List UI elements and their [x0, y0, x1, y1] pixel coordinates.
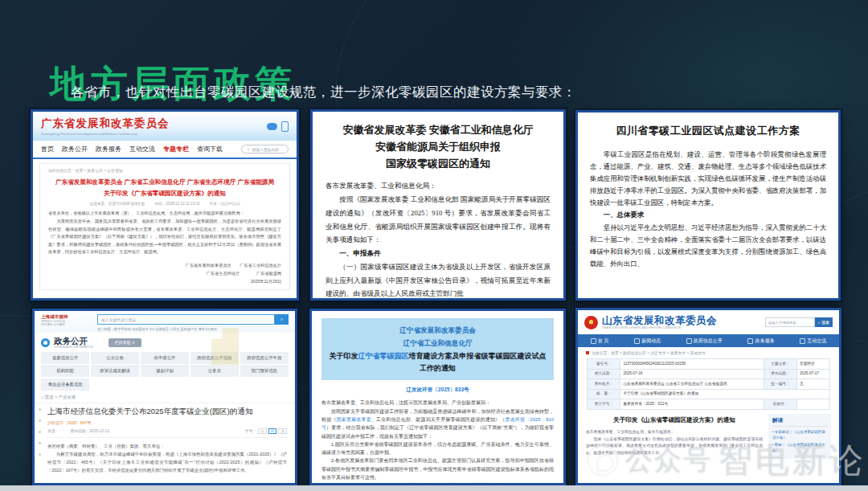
signature-line: 广东省发展和改革委员会 广东省工业和信息化厅	[48, 261, 281, 269]
document-body: 各市发展改革委、工业和信息化局，沈抚示范区发展改革局、产业创新发展局： 按照国家…	[321, 399, 554, 485]
anhui-doc-panel: 安徽省发展改革委 安徽省工业和信息化厅 安徽省能源局关于组织申报 国家级零碳园区…	[310, 109, 566, 301]
building-watermark	[211, 328, 239, 365]
article-meta: 信息来源：资源节约和环境保护处 时间：2025-12-12 11:23:16 字…	[48, 202, 281, 206]
breadcrumb[interactable]: 你所在的位置：首页 > 政务公开 > 公告通知	[48, 168, 281, 173]
meta-value: 11370000004502403011/2025-00156	[620, 359, 764, 370]
breadcrumb[interactable]: 当前位置：首页 > 政府信息公开 > 法定文件 > 政策文件 > 其他文件	[578, 347, 839, 358]
meta-label: 标 题：	[588, 389, 620, 399]
menu-item[interactable]: 依申请公开	[141, 352, 189, 364]
meta-label: 有效性：	[764, 399, 796, 410]
search-input[interactable]: 请输入关键词搜索	[765, 317, 815, 327]
nav-item-services[interactable]: 政务服务	[96, 145, 121, 153]
hot-search-links[interactable]: 热门搜索：数字化转型 在线新经济 5G 全球医药 十四五 新能源汽车 建党100…	[97, 327, 289, 331]
interpretation-link[interactable]: • 专家解读｜《山东省零碳园区建设方案》	[772, 429, 827, 440]
site-logo-text: 上海城市精神 海纳百川 追求卓越 开明睿智 大气谦和	[41, 314, 92, 327]
nav-item-home[interactable]: 首 页	[591, 338, 609, 345]
article: 上海市经济信息化委关于公布2025年度零碳企业(园区)的通知 沪经信节〔2025…	[35, 403, 295, 474]
column-nav-button[interactable]: 栏目导航 ∨	[108, 338, 141, 347]
font-large-button[interactable]: 大	[278, 428, 287, 434]
document-title: 关于印发辽宁省零碳园区培育建设方案及申报省级零碳园区建设试点工作的通知	[326, 350, 549, 375]
menu-item[interactable]: 部门预算信息	[240, 365, 289, 377]
paragraph: 为树立零碳建设典型，助力本市碳达峰碳中和目标实现，根据《上海市绿色制造体系建设实…	[47, 450, 287, 474]
title-link[interactable]: 辽宁省零碳园区	[358, 352, 409, 360]
site-nav: 首 页 新闻动态 政府信息公开 政务服务 互动交流	[578, 334, 839, 347]
nav-item-home[interactable]: 首页	[41, 145, 54, 153]
weather-icon	[267, 123, 277, 130]
paragraph: 2.各地区发展改革部门要会同本地区工业和信息化、能源主管部门认真研究方案，指导拟…	[321, 456, 554, 481]
search-button[interactable]: ⌕	[275, 314, 289, 325]
service-icon	[747, 338, 753, 344]
bottom-edge-strip	[0, 485, 868, 491]
shanghai-doc-panel: 上海城市精神 海纳百川 追求卓越 开明睿智 大气谦和 输入关键字进行搜索 ⌕ 热…	[32, 309, 297, 485]
issuer-line: 辽宁省发展和改革委员会	[326, 324, 549, 337]
info-icon	[686, 338, 692, 344]
menu-item[interactable]: 政府信息公开年报	[240, 352, 289, 364]
signature-line: 广东省生态环境厅 广东省能源局	[48, 269, 281, 277]
document-body: 各市发展改革委、工业和信息化局，有关市能源局： 现将《山东省零碳园区建设方案》印…	[586, 429, 763, 457]
nav-item-special-columns[interactable]: 专题专栏	[163, 145, 189, 153]
nav-item-gov-info[interactable]: 政府信息公开	[686, 338, 723, 345]
salutation: 各市发展改革委、工业和信息化局，有关市能源局：	[586, 429, 763, 436]
nav-item-interaction[interactable]: 互动交流	[129, 145, 155, 153]
meta-date: 发布日期：2025-12-12	[70, 428, 109, 433]
menu-item[interactable]: 政策法规及解读	[91, 365, 139, 377]
chat-icon	[800, 338, 805, 344]
salutation: 各区经委（商委、科经委）、工业（控股）集团、有关单位：	[47, 442, 287, 450]
doc-number: 辽发改环资〔2025〕833号	[321, 387, 554, 394]
menu-item[interactable]: 最新信息公开	[41, 352, 89, 364]
article-box: 你所在的位置：首页 > 政务公开 > 公告通知 广东省发展和改革委员会 广东省工…	[39, 163, 290, 290]
interpretation-link[interactable]: • 图解｜《山东省零碳园区建设方案》	[772, 442, 827, 453]
paragraph: 坚持以习近平生态文明思想、习近平经济思想为指导，深入贯彻党的二十大和二十届二中、…	[590, 222, 826, 271]
section-header: 政务公开 GOVERNMENT INFORMATION 栏目导航 ∨	[35, 333, 295, 352]
font-mid-button[interactable]: 中	[268, 428, 277, 434]
interpretation-box: 解读 • 专家解读｜《山东省零碳园区建设方案》 • 图解｜《山东省零碳园区建设方…	[768, 414, 831, 459]
menu-item[interactable]: 公务员	[190, 365, 239, 377]
menu-item[interactable]: 机构职能	[41, 365, 89, 377]
meta-source: 来源：	[47, 428, 59, 433]
document-header: 辽宁省发展和改革委员会 辽宁省工业和信息化厅 关于印发辽宁省零碳园区培育建设方案…	[321, 318, 554, 380]
nav-item-services[interactable]: 政务服务	[747, 338, 774, 345]
site-header: 上海城市精神 海纳百川 追求卓越 开明睿智 大气谦和 输入关键字进行搜索 ⌕ 热…	[35, 311, 295, 333]
search-input[interactable]: 输入关键字进行搜索	[97, 314, 275, 325]
nav-item-downloads[interactable]: 查询下载	[197, 145, 223, 153]
meta-value: 2025-07-16	[620, 369, 764, 379]
menu-item[interactable]: 食品企业备案信息	[41, 378, 89, 391]
nav-item-news[interactable]: 新闻动态	[634, 338, 661, 345]
menu-item[interactable]: 公示公告	[91, 352, 139, 364]
meta-label: 发布机关：	[588, 379, 620, 390]
gov-info-icon	[41, 338, 50, 347]
paragraph: 按照国家关于零碳园区建设工作部署，为积极稳妥推进碳达峰碳中和，加快经济社会发展全…	[321, 407, 554, 440]
inline-link[interactable]: 国家发展改革委	[337, 417, 371, 422]
section-title: 政务公开	[54, 337, 93, 346]
doc-meta-table: 索引号： 11370000004502403011/2025-00156 主题分…	[587, 358, 829, 410]
article-title[interactable]: 上海市经济信息化委关于公布2025年度零碳企业(园区)的通知	[47, 407, 287, 417]
meta-label: 主题分类：	[764, 359, 796, 370]
site-nav: 首页 政务公开 政务服务 互动交流 专题专栏 查询下载 ⌕请输入搜索内容...	[33, 141, 297, 159]
meta-time: 时间：2025-12-12 11:23:16	[155, 202, 200, 206]
font-small-button[interactable]: 小	[258, 428, 267, 434]
list-bullets	[39, 408, 41, 456]
document-body: 零碳工业园区是指在规划、建设、运营、管理等各个阶段贯彻绿色发展理念，通过能源、产…	[590, 149, 826, 270]
meta-value	[796, 399, 829, 410]
breadcrumb[interactable]: ⌂ 首页 > 产业发展	[35, 391, 295, 403]
document-title: 四川省零碳工业园区试点建设工作方案	[590, 123, 826, 140]
meta-label: 成文日期：	[588, 369, 620, 379]
meta-font-size[interactable]: 字体：[大] [中] [小]	[210, 202, 240, 206]
interpretation-title: 解读	[772, 417, 827, 427]
guangdong-doc-panel: 广东省发展和改革委员会 Guangdong Provincial Develop…	[31, 109, 299, 301]
search-button[interactable]: ⌕ 搜索	[815, 317, 833, 327]
salutation: 各市发展改革委、工业和信息化局，沈抚示范区发展改革局、产业创新发展局：	[321, 399, 554, 407]
mobile-icon	[281, 121, 289, 132]
info-menu-grid: 最新信息公开 公示公告 依申请公开 政府信息公开指南 政府信息公开年报 机构职能…	[35, 352, 295, 391]
section-heading: 一、申报条件	[326, 247, 551, 260]
meta-label: 统一编号：	[764, 379, 796, 390]
search-input[interactable]: ⌕请输入搜索内容...	[241, 145, 289, 153]
document-body: 各市发展改革委、工业和信息化局： 按照《国家发展改革委 工业和信息化部 国家能源…	[326, 179, 551, 301]
nav-item-gov-info[interactable]: 政务公开	[62, 145, 88, 153]
meta-label: 索引号：	[588, 359, 620, 370]
sichuan-doc-panel: 四川省零碳工业园区试点建设工作方案 零碳工业园区是指在规划、建设、运营、管理等各…	[575, 110, 841, 301]
page-subtitle: 各省市，也针对性出台零碳园区建设规范，进一步深化零碳园区的建设方案与要求：	[71, 84, 576, 101]
menu-item[interactable]: 规划计划	[141, 365, 189, 377]
nav-item-interaction[interactable]: 互动交流	[800, 338, 826, 345]
paragraph: （一）国家级零碳园区建设主体为省级及以上开发区，省级开发区原则上应列入最新版《中…	[326, 260, 551, 301]
